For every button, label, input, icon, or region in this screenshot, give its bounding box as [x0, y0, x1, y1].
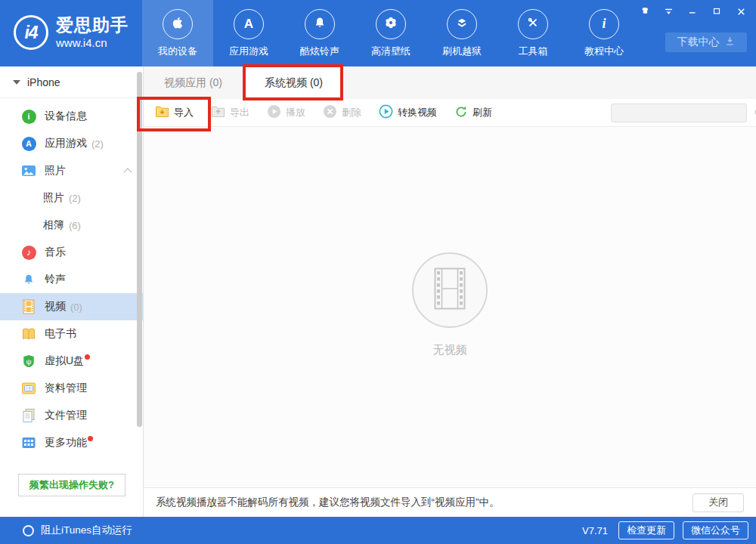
delete-button: 删除	[323, 104, 361, 121]
top-header: i4 爱思助手 www.i4.cn 我的设备 A 应用游戏 酷炫铃声	[0, 0, 756, 66]
apple-icon	[169, 14, 186, 34]
sidebar-item-ebooks[interactable]: 电子书	[0, 320, 143, 348]
nav-label: 工具箱	[519, 45, 548, 58]
download-icon	[724, 36, 736, 49]
sidebar: iPhone i 设备信息 A 应用游戏 (2) 照片 照片 (2)	[0, 66, 144, 517]
nav-item-ringtones[interactable]: 酷炫铃声	[284, 0, 355, 66]
help-button[interactable]: 频繁出现操作失败?	[18, 474, 125, 496]
block-itunes-toggle[interactable]: 阻止iTunes自动运行	[0, 524, 132, 537]
film-strip-icon	[434, 267, 466, 313]
notification-dot	[88, 436, 93, 441]
notice-close-button[interactable]: 关闭	[692, 493, 744, 512]
bell-blue-icon	[21, 272, 36, 287]
sidebar-item-photos-child[interactable]: 照片 (2)	[0, 184, 143, 212]
main-panel: 视频应用 (0) 系统视频 (0) 导入 导出 播放	[144, 66, 756, 517]
svg-text:ψ: ψ	[26, 357, 31, 366]
convert-video-button[interactable]: 转换视频	[379, 104, 437, 121]
maximize-button[interactable]	[711, 5, 723, 17]
window-controls	[638, 5, 747, 17]
sidebar-item-virtual-usb[interactable]: ψ 虚拟U盘	[0, 348, 143, 375]
music-icon: ♪	[21, 245, 36, 260]
nav-item-wallpapers[interactable]: 高清壁纸	[355, 0, 426, 66]
download-center-label: 下载中心	[677, 36, 720, 49]
chevron-down-icon	[13, 80, 20, 85]
tab-system-videos[interactable]: 系统视频 (0)	[243, 66, 345, 99]
data-card-icon	[21, 381, 36, 396]
logo-badge-text: i4	[24, 23, 37, 43]
refresh-button[interactable]: 刷新	[454, 105, 492, 121]
sidebar-scrollbar[interactable]	[137, 72, 142, 427]
nav-item-my-device[interactable]: 我的设备	[142, 0, 213, 66]
sidebar-item-data-management[interactable]: 资料管理	[0, 375, 143, 402]
import-button[interactable]: 导入	[155, 105, 194, 120]
app-window: i4 爱思助手 www.i4.cn 我的设备 A 应用游戏 酷炫铃声	[0, 0, 756, 544]
bell-icon	[312, 15, 327, 33]
sidebar-item-device-info[interactable]: i 设备信息	[0, 103, 143, 130]
tab-bar: 视频应用 (0) 系统视频 (0)	[144, 66, 756, 99]
appstore-icon: A	[244, 17, 253, 32]
search-box	[611, 104, 747, 122]
film-icon	[21, 299, 36, 314]
nav-item-tutorials[interactable]: i 教程中心	[569, 0, 640, 66]
tab-video-apps[interactable]: 视频应用 (0)	[144, 66, 243, 99]
play-circle-icon	[267, 104, 281, 121]
play-button: 播放	[267, 104, 305, 121]
sidebar-item-ringtones[interactable]: 铃声	[0, 266, 143, 293]
device-name: iPhone	[27, 76, 60, 88]
version-label: V7.71	[582, 525, 608, 536]
radio-unchecked-icon	[23, 525, 34, 536]
delete-circle-icon	[323, 104, 337, 121]
nav-label: 应用游戏	[229, 45, 268, 58]
nav-item-toolbox[interactable]: 工具箱	[497, 0, 569, 66]
block-itunes-label: 阻止iTunes自动运行	[41, 524, 132, 537]
jailbreak-icon	[454, 15, 469, 33]
usb-shield-icon: ψ	[21, 354, 36, 369]
sidebar-item-apps-games[interactable]: A 应用游戏 (2)	[0, 130, 143, 157]
sidebar-item-albums[interactable]: 相簿 (6)	[0, 212, 143, 239]
empty-state-circle	[412, 252, 488, 328]
status-bar: 阻止iTunes自动运行 V7.71 检查更新 微信公众号	[0, 517, 756, 544]
search-input[interactable]	[612, 107, 754, 119]
refresh-icon	[454, 105, 468, 121]
files-icon	[21, 408, 36, 423]
notification-dot	[85, 354, 90, 360]
toolbar: 导入 导出 播放 删除	[144, 99, 756, 127]
close-button[interactable]	[735, 5, 747, 17]
main-nav: 我的设备 A 应用游戏 酷炫铃声 高清壁纸	[142, 0, 640, 66]
appstore-blue-icon: A	[21, 136, 36, 151]
export-button: 导出	[211, 105, 249, 120]
download-center-button[interactable]: 下载中心	[665, 32, 747, 52]
wechat-account-button[interactable]: 微信公众号	[683, 521, 748, 539]
grid-icon	[21, 435, 36, 450]
nav-label: 教程中心	[584, 45, 624, 58]
app-logo: i4 爱思助手 www.i4.cn	[14, 15, 129, 50]
sidebar-item-more-features[interactable]: 更多功能	[0, 429, 143, 456]
app-website: www.i4.cn	[56, 36, 129, 49]
folder-import-icon	[155, 105, 169, 120]
sidebar-item-photos[interactable]: 照片	[0, 157, 143, 184]
nav-label: 酷炫铃声	[300, 45, 339, 58]
photos-icon	[21, 163, 36, 178]
minimize-button[interactable]	[686, 5, 699, 17]
sidebar-item-music[interactable]: ♪ 音乐	[0, 239, 143, 266]
status-right-group: V7.71 检查更新 微信公众号	[582, 521, 756, 539]
chevron-up-icon[interactable]	[123, 168, 132, 176]
nav-item-jailbreak[interactable]: 刷机越狱	[426, 0, 497, 66]
check-update-button[interactable]: 检查更新	[618, 521, 674, 539]
info-icon: i	[602, 16, 606, 32]
nav-label: 高清壁纸	[371, 45, 411, 58]
sidebar-list: i 设备信息 A 应用游戏 (2) 照片 照片 (2) 相簿 (6)	[0, 98, 143, 456]
book-icon	[21, 326, 36, 342]
main-menu-icon[interactable]	[662, 5, 674, 17]
content-area: 无视频	[144, 127, 756, 487]
nav-label: 刷机越狱	[442, 45, 482, 58]
sidebar-item-file-management[interactable]: 文件管理	[0, 402, 143, 429]
device-selector[interactable]: iPhone	[0, 66, 143, 98]
skin-theme-button[interactable]	[638, 5, 650, 17]
logo-i4-icon: i4	[14, 15, 48, 50]
info-green-icon: i	[21, 109, 36, 124]
notice-bar: 系统视频播放器不能解码所有视频，建议您将视频文件导入到“视频应用”中。 关闭	[144, 487, 756, 517]
toolbox-icon	[525, 15, 541, 33]
nav-item-apps-games[interactable]: A 应用游戏	[213, 0, 284, 66]
sidebar-item-videos[interactable]: 视频 (0)	[0, 293, 143, 320]
